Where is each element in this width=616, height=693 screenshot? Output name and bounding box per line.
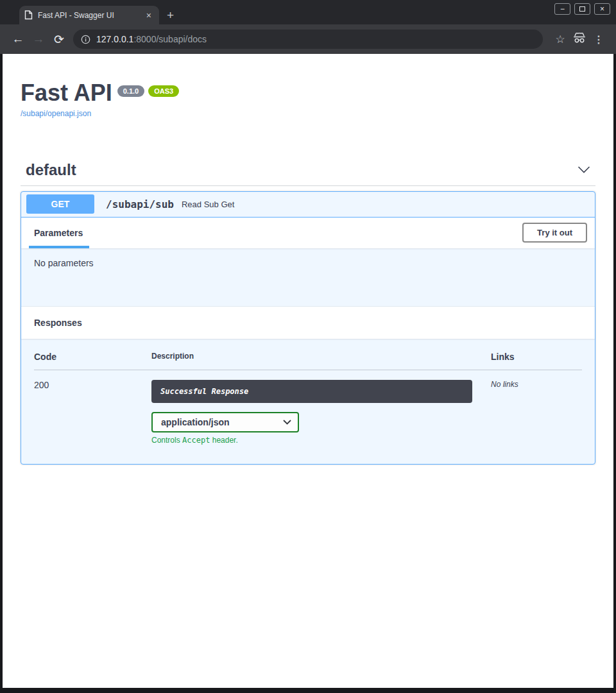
incognito-icon [570,32,589,47]
column-header-description: Description [151,352,491,370]
media-type-value: application/json [161,417,230,427]
page-title: Fast API [21,81,112,105]
back-icon[interactable]: ← [8,32,28,46]
try-it-out-button[interactable]: Try it out [522,223,587,243]
no-parameters-text: No parameters [34,258,94,268]
site-info-icon[interactable] [81,35,90,44]
close-window-button[interactable]: × [594,3,610,15]
parameters-header: Parameters Try it out [21,218,595,248]
responses-body: Code Description Links 200 Successful Re… [21,339,595,464]
active-tab-indicator [29,246,89,248]
response-links: No links [491,370,582,445]
openapi-spec-link[interactable]: /subapi/openapi.json [21,109,91,118]
accept-header-note: Controls Accept header. [151,436,491,445]
browser-titlebar: Fast API - Swagger UI × + − × [0,0,616,24]
responses-heading: Responses [34,318,82,328]
response-description-panel: Successful Response [151,380,472,403]
maximize-button[interactable] [574,3,590,15]
opblock-summary[interactable]: GET /subapi/sub Read Sub Get [21,192,595,218]
reload-icon[interactable]: ⟳ [49,32,69,47]
responses-header: Responses [21,307,595,339]
tab-parameters[interactable]: Parameters [29,218,89,248]
minimize-button[interactable]: − [554,3,570,15]
method-get-button[interactable]: GET [26,194,94,214]
select-chevron-down-icon [283,420,291,425]
page-favicon-icon [24,10,33,20]
bookmark-star-icon[interactable]: ☆ [551,33,570,46]
page-content: Fast API 0.1.0 OAS3 /subapi/openapi.json… [3,54,613,688]
url-host: 127.0.0.1 [96,34,133,44]
opblock-get-subapi-sub: GET /subapi/sub Read Sub Get Parameters … [21,191,595,465]
column-header-code: Code [34,352,151,370]
tab-close-icon[interactable]: × [144,10,154,21]
forward-icon[interactable]: → [28,32,49,46]
chevron-down-icon[interactable] [578,166,590,173]
operation-path: /subapi/sub [106,198,174,210]
response-description-cell: Successful Response application/json Con… [151,370,491,445]
address-bar[interactable]: 127.0.0.1:8000/subapi/docs [73,30,543,49]
accept-code-text: Accept [182,436,210,445]
maximize-icon [579,6,585,12]
browser-tab[interactable]: Fast API - Swagger UI × [19,6,159,24]
browser-toolbar: ← → ⟳ 127.0.0.1:8000/subapi/docs ☆ ⋮ [0,24,616,54]
tag-header[interactable]: default [21,156,595,186]
version-badge: 0.1.0 [117,85,144,97]
browser-menu-icon[interactable]: ⋮ [589,33,608,46]
response-code: 200 [34,370,151,445]
parameters-body: No parameters [21,248,595,307]
url-path: :8000/subapi/docs [133,34,207,44]
new-tab-button[interactable]: + [167,9,174,21]
media-type-select[interactable]: application/json [151,412,299,432]
tag-section-default: default GET /subapi/sub Read Sub Get Par… [21,156,595,465]
window-controls: − × [554,3,610,15]
api-info: Fast API 0.1.0 OAS3 /subapi/openapi.json [21,81,595,119]
responses-table: Code Description Links 200 Successful Re… [34,352,582,445]
tab-title: Fast API - Swagger UI [38,11,144,20]
oas3-badge: OAS3 [148,85,179,97]
operation-summary: Read Sub Get [182,200,234,209]
column-header-links: Links [491,352,582,370]
tag-name: default [26,161,76,179]
